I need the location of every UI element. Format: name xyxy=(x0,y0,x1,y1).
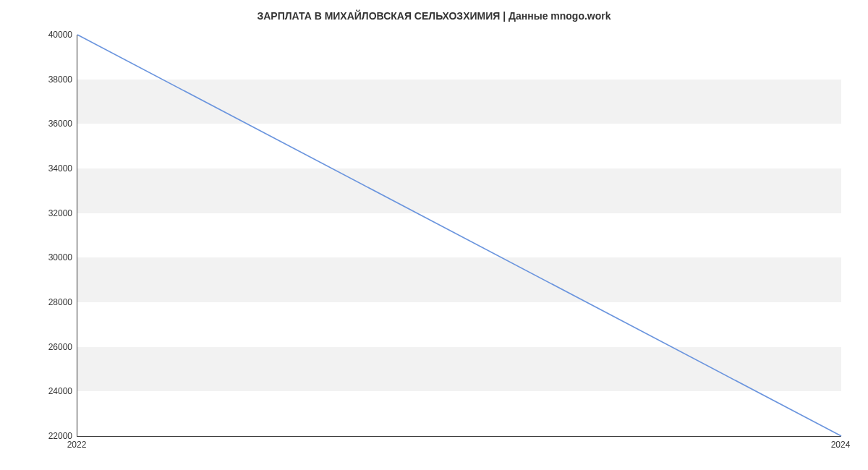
y-tick-label: 30000 xyxy=(36,252,72,262)
chart-title: ЗАРПЛАТА В МИХАЙЛОВСКАЯ СЕЛЬХОЗХИМИЯ | Д… xyxy=(0,0,868,29)
x-tick-label: 2022 xyxy=(67,440,87,450)
y-tick-label: 38000 xyxy=(36,74,72,85)
plot-area xyxy=(77,35,841,437)
y-tick-label: 34000 xyxy=(36,163,72,174)
y-tick-label: 32000 xyxy=(36,208,72,218)
chart-container: ЗАРПЛАТА В МИХАЙЛОВСКАЯ СЕЛЬХОЗХИМИЯ | Д… xyxy=(0,0,868,470)
y-tick-label: 28000 xyxy=(36,297,72,307)
data-line xyxy=(77,35,841,436)
y-tick-label: 40000 xyxy=(36,30,72,40)
y-tick-label: 26000 xyxy=(36,342,72,352)
y-tick-label: 36000 xyxy=(36,119,72,129)
y-tick-label: 24000 xyxy=(36,386,72,396)
x-tick-label: 2024 xyxy=(831,440,851,450)
chart-svg xyxy=(77,35,841,436)
